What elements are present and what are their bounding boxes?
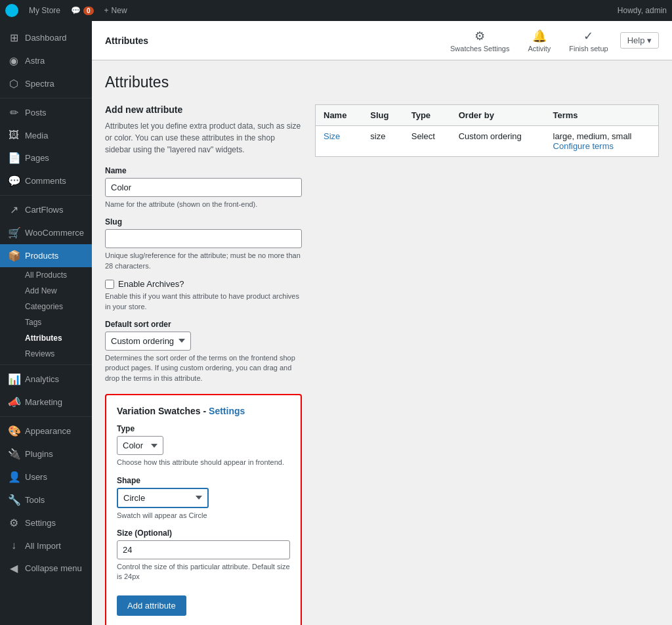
add-attribute-button[interactable]: Add attribute — [117, 595, 186, 616]
swatch-type-select[interactable]: Color Image Label Radio Select — [117, 436, 163, 455]
variation-swatches-title: Variation Swatches - Settings — [117, 406, 290, 416]
store-name: My Store — [29, 6, 60, 15]
sidebar-label-astra: Astra — [25, 56, 45, 66]
sort-order-select[interactable]: Custom ordering Name Term ID Slug — [105, 332, 191, 351]
name-hint: Name for the attribute (shown on the fro… — [105, 200, 302, 209]
page-content: Attributes Add new attribute Attributes … — [92, 60, 672, 625]
swatch-size-hint: Control the size of this particular attr… — [117, 562, 290, 582]
finish-setup-label: Finish setup — [569, 45, 608, 53]
sidebar-sub-reviews[interactable]: Reviews — [0, 346, 92, 362]
swatch-size-field: Size (Optional) Control the size of this… — [117, 528, 290, 582]
reviews-label: Reviews — [25, 349, 54, 358]
categories-label: Categories — [25, 302, 63, 311]
variation-settings-link[interactable]: Settings — [209, 406, 245, 416]
sidebar-label-tools: Tools — [25, 495, 45, 505]
sidebar-item-users[interactable]: 👤 Users — [0, 465, 92, 488]
finish-setup-icon: ✓ — [583, 29, 593, 43]
comments-icon: 💬 — [8, 175, 20, 187]
adminbar-comments[interactable]: 💬 0 — [71, 6, 94, 15]
sidebar-item-appearance[interactable]: 🎨 Appearance — [0, 420, 92, 442]
attribute-type: Select — [411, 131, 435, 141]
table-row: Size size Select Custom ordering — [316, 126, 659, 157]
swatches-settings-icon: ⚙ — [474, 29, 485, 43]
sidebar-item-collapse[interactable]: ◀ Collapse menu — [0, 557, 92, 580]
sidebar-item-posts[interactable]: ✏ Posts — [0, 101, 92, 124]
configure-terms-link[interactable]: Configure terms — [553, 141, 614, 151]
sidebar-item-plugins[interactable]: 🔌 Plugins — [0, 442, 92, 465]
sidebar-item-cartflows[interactable]: ↗ CartFlows — [0, 198, 92, 221]
adminbar-store[interactable]: My Store — [29, 6, 60, 15]
swatch-type-label: Type — [117, 424, 290, 433]
users-icon: 👤 — [8, 471, 20, 483]
sidebar-sub-all-products[interactable]: All Products — [0, 267, 92, 283]
adminbar-user: Howdy, admin — [618, 6, 667, 15]
enable-archives-checkbox[interactable] — [105, 280, 114, 289]
name-input[interactable] — [105, 178, 302, 197]
swatch-shape-label: Shape — [117, 476, 290, 485]
activity-icon: 🔔 — [532, 29, 547, 43]
activity-button[interactable]: 🔔 Activity — [521, 25, 557, 56]
dashboard-icon: ⊞ — [8, 32, 20, 44]
woocommerce-icon: 🛒 — [8, 226, 20, 239]
howdy-label: Howdy, admin — [618, 6, 667, 15]
col-name: Name — [316, 105, 363, 126]
finish-setup-button[interactable]: ✓ Finish setup — [562, 25, 614, 56]
swatches-settings-button[interactable]: ⚙ Swatches Settings — [444, 25, 516, 56]
sidebar-label-all-import: All Import — [25, 541, 61, 551]
tags-label: Tags — [25, 318, 41, 327]
sidebar-sub-tags[interactable]: Tags — [0, 314, 92, 330]
swatch-type-hint: Choose how this attribute should appear … — [117, 458, 290, 467]
col-terms: Terms — [545, 105, 659, 126]
wp-wrap: ⊞ Dashboard ◉ Astra ⬡ Spectra ✏ Posts 🖼 … — [0, 21, 672, 625]
sidebar-item-media[interactable]: 🖼 Media — [0, 124, 92, 146]
swatch-shape-select[interactable]: Circle Square Rounded — [117, 488, 209, 508]
sidebar-sub-add-new[interactable]: Add New — [0, 283, 92, 299]
attribute-order-by: Custom ordering — [459, 131, 522, 141]
media-icon: 🖼 — [8, 129, 20, 141]
sidebar-item-spectra[interactable]: ⬡ Spectra — [0, 72, 92, 95]
topbar-page-title: Attributes — [105, 35, 444, 46]
sidebar-item-analytics[interactable]: 📊 Analytics — [0, 368, 92, 391]
sidebar-item-dashboard[interactable]: ⊞ Dashboard — [0, 26, 92, 49]
sidebar-label-dashboard: Dashboard — [25, 33, 67, 43]
swatch-size-input[interactable] — [117, 540, 290, 559]
enable-archives-field: Enable Archives? Enable this if you want… — [105, 279, 302, 312]
settings-icon: ⚙ — [8, 517, 20, 529]
analytics-icon: 📊 — [8, 373, 20, 385]
attributes-layout: Add new attribute Attributes let you def… — [105, 104, 659, 625]
sort-order-label: Default sort order — [105, 320, 302, 329]
comment-count: 0 — [83, 7, 94, 15]
appearance-icon: 🎨 — [8, 425, 20, 437]
enable-archives-row: Enable Archives? — [105, 279, 302, 289]
sidebar-sub-attributes[interactable]: Attributes — [0, 330, 92, 346]
sidebar-item-products[interactable]: 📦 Products — [0, 244, 92, 267]
sidebar-item-astra[interactable]: ◉ Astra — [0, 49, 92, 72]
variation-swatches-box: Variation Swatches - Settings Type Color… — [105, 394, 302, 625]
sidebar-item-marketing[interactable]: 📣 Marketing — [0, 391, 92, 414]
sidebar-sub-categories[interactable]: Categories — [0, 299, 92, 314]
plus-icon: + — [104, 6, 109, 15]
cell-order-by: Custom ordering — [451, 126, 545, 157]
sidebar-item-all-import[interactable]: ↓ All Import — [0, 534, 92, 557]
sidebar-label-spectra: Spectra — [25, 79, 54, 89]
add-new-description: Attributes let you define extra product … — [105, 120, 302, 156]
sidebar-label-plugins: Plugins — [25, 449, 53, 459]
help-button[interactable]: Help ▾ — [620, 32, 659, 49]
sidebar-item-woocommerce[interactable]: 🛒 WooCommerce — [0, 221, 92, 244]
sidebar-item-comments[interactable]: 💬 Comments — [0, 169, 92, 192]
slug-input[interactable] — [105, 229, 302, 248]
sidebar-label-users: Users — [25, 472, 47, 482]
sidebar-item-settings[interactable]: ⚙ Settings — [0, 511, 92, 534]
menu-sep-3 — [0, 364, 92, 365]
cell-slug: size — [362, 126, 403, 157]
sidebar-label-pages: Pages — [25, 153, 49, 163]
wp-logo-icon — [5, 4, 18, 17]
pages-icon: 📄 — [8, 152, 20, 164]
sidebar-item-tools[interactable]: 🔧 Tools — [0, 488, 92, 511]
sidebar-item-pages[interactable]: 📄 Pages — [0, 146, 92, 169]
tools-icon: 🔧 — [8, 494, 20, 506]
posts-icon: ✏ — [8, 106, 20, 119]
variation-swatches-dash: - — [203, 406, 209, 416]
adminbar-new[interactable]: + New — [104, 6, 127, 15]
attribute-name-link[interactable]: Size — [324, 131, 340, 141]
